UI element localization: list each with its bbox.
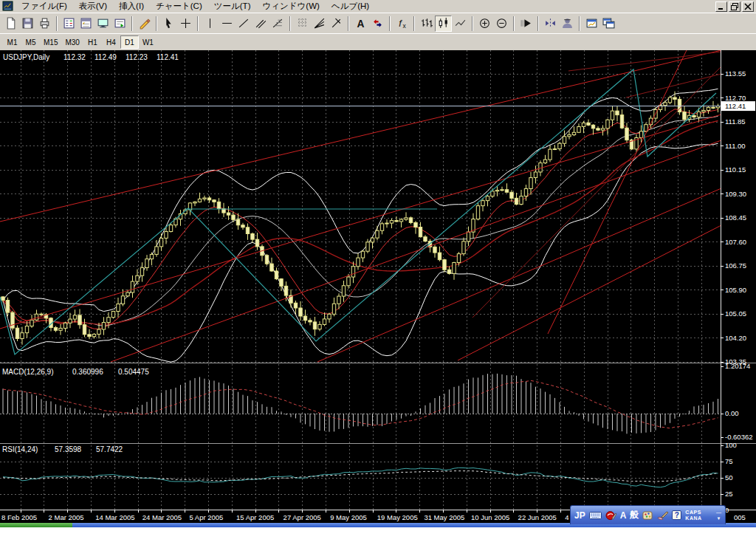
menu-item-6[interactable]: ヘルプ(H) [326,0,375,13]
zoom-in-button[interactable] [476,16,493,32]
rsi-value2: 57.7422 [96,445,123,453]
date-axis-label[interactable]: 31 May 2005 [424,513,464,521]
date-axis-label[interactable]: 15 Apr 2005 [236,513,274,521]
menu-item-4[interactable]: ツール(T) [208,0,257,13]
input-mode-general[interactable]: 般 [630,509,639,521]
vertical-line-button[interactable] [202,16,219,32]
macd-pane[interactable] [3,374,718,434]
horizontal-line-button[interactable] [219,16,236,32]
indicators-button[interactable]: fx [394,16,410,32]
fibo-grid-button[interactable] [294,16,311,32]
date-axis-label[interactable]: 9 May 2005 [330,513,367,521]
date-axis-label[interactable]: 14 Mar 2005 [95,513,134,521]
date-axis-label[interactable]: 2 Mar 2005 [49,513,84,521]
minimize-button[interactable] [715,1,727,12]
close-button[interactable] [742,1,754,12]
date-axis-label[interactable]: 24 Mar 2005 [142,513,182,521]
caps-label[interactable]: CAPS [685,510,701,516]
kana-label[interactable]: KANA [685,516,701,521]
timeframe-m30-button[interactable]: M30 [61,35,83,49]
input-mode-direct[interactable]: A [620,510,627,521]
profile-button[interactable] [559,16,576,32]
price-axis-label: 105.05 [725,309,746,318]
start-button-edge[interactable] [0,523,72,527]
trendline-5[interactable] [548,50,687,334]
zoom-out-icon [495,17,508,30]
new-chart-button[interactable] [583,16,600,32]
indicators-icon: fx [396,17,408,30]
toolbar-separator [197,16,199,31]
arrows-button[interactable] [369,16,386,32]
line-chart-button[interactable] [452,16,469,32]
ohlc-low: 112.23 [126,53,148,61]
ime-language-bar[interactable]: JP A 般 ? CAPS KANA — ▼ [570,505,726,524]
timeframe-h4-button[interactable]: H4 [102,35,120,49]
menu-item-1[interactable]: 表示(V) [73,0,113,13]
chart-shift-button[interactable] [542,16,559,32]
date-axis-label[interactable]: 27 Apr 2005 [284,513,321,521]
toolbar-separator [56,16,58,31]
timeframe-m15-button[interactable]: M15 [40,35,61,49]
menu-item-0[interactable]: ファイル(F) [16,0,73,13]
menu-item-2[interactable]: 挿入(I) [113,0,150,13]
tool-palette-icon[interactable] [642,510,653,521]
chart-area[interactable]: 113.55112.70111.85111.00110.15109.30108.… [0,50,756,523]
timeframe-m1-button[interactable]: M1 [3,35,21,49]
profile-icon [561,17,574,30]
profiles-button[interactable] [600,16,617,32]
terminal-button[interactable] [111,16,128,32]
rsi-pane[interactable] [3,467,718,487]
minimize-icon [716,2,726,11]
ime-key-states[interactable]: CAPS KANA [685,510,701,521]
metaeditor-button[interactable] [136,16,153,32]
ime-expand-icon[interactable]: ▼ [717,516,721,521]
trendline-0[interactable] [0,50,721,222]
restore-button[interactable] [729,1,740,12]
ime-bar-controls[interactable]: — ▼ [716,510,721,521]
date-axis-label[interactable]: 8 Feb 2005 [1,513,37,521]
date-axis-label[interactable]: 19 May 2005 [377,513,418,521]
timeframe-d1-button[interactable]: D1 [120,35,139,49]
bars-chart-button[interactable] [418,16,435,32]
crosshair-button[interactable] [177,16,194,32]
toolbar-separator [413,16,415,31]
menu-item-3[interactable]: チャート(C) [150,0,208,13]
fibonacci-button[interactable] [269,16,286,32]
window-controls [715,1,756,12]
price-axis-label: 112.70 [725,94,746,102]
print-button[interactable] [36,16,53,32]
language-label[interactable]: JP [574,510,585,521]
timeframe-h1-button[interactable]: H1 [83,35,102,49]
ime-help-icon[interactable]: ? [672,510,681,520]
text-button[interactable]: A [352,16,369,32]
new-file-button[interactable] [2,16,19,32]
keyboard-icon[interactable] [589,511,602,520]
vertical-line-icon [204,17,216,30]
pitchfork-button[interactable] [328,16,345,32]
candles-chart-button[interactable] [435,16,452,32]
date-axis-label[interactable]: 10 Jun 2005 [471,513,509,521]
save-button[interactable] [19,16,36,32]
brush-tool-icon[interactable] [657,510,668,520]
zoom-out-button[interactable] [493,16,510,32]
timeframe-m5-button[interactable]: M5 [21,35,40,49]
trendline-3[interactable] [317,188,721,362]
ime-pen-icon[interactable] [605,510,616,521]
trendline-button[interactable] [236,16,252,32]
channel-button[interactable] [252,16,269,32]
navigator-button[interactable] [94,16,111,32]
date-axis-label[interactable]: 5 Apr 2005 [189,513,223,521]
price-chart[interactable]: 113.55112.70111.85111.00110.15109.30108.… [0,50,756,523]
cursor-button[interactable] [160,16,177,32]
fibo-fan-button[interactable] [311,16,328,32]
main-pane[interactable] [0,50,721,362]
zigzag-line[interactable] [0,69,716,355]
timeframe-w1-button[interactable]: W1 [139,35,157,49]
date-axis-label[interactable]: 22 Jun 2005 [518,513,557,521]
crosshair-icon [179,17,192,30]
menu-item-5[interactable]: ウィンドウ(W) [256,0,325,13]
auto-scroll-button[interactable] [518,16,535,32]
ime-minimize-icon[interactable]: — [716,510,721,516]
market-watch-button[interactable] [61,16,78,32]
data-window-button[interactable] [78,16,94,32]
